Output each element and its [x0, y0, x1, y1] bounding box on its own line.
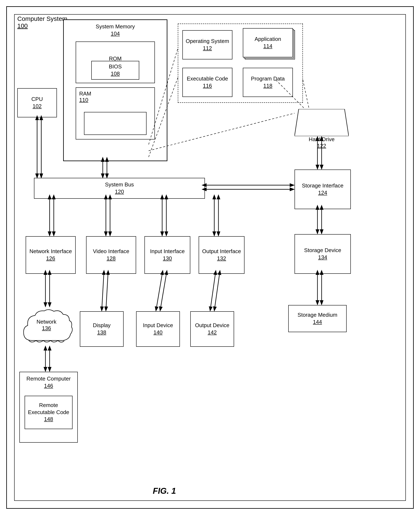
output-device-box: Output Device 142 [190, 311, 234, 347]
storage-medium-box: Storage Medium 144 [288, 305, 347, 332]
svg-marker-0 [294, 109, 349, 136]
exe-box: Executable Code 116 [182, 68, 232, 97]
svg-line-32 [214, 274, 219, 311]
network-interface-box: Network Interface 126 [26, 236, 76, 274]
ram-inner-box [84, 112, 147, 135]
svg-line-37 [149, 113, 294, 151]
svg-line-30 [160, 274, 166, 311]
application-stack: Application 114 [243, 28, 293, 57]
dashed-software-region: Operating System 112 Application 114 Exe… [178, 23, 303, 103]
network-cloud: Network 136 [19, 307, 74, 350]
hard-drive-container: Hard Drive 122 [294, 109, 349, 137]
remote-computer-box: Remote Computer 146 Remote Executable Co… [19, 372, 78, 443]
svg-line-29 [156, 274, 162, 311]
svg-line-38 [303, 80, 309, 109]
system-bus-box: System Bus 120 [34, 178, 205, 199]
svg-line-27 [102, 274, 104, 311]
app-box: Application 114 [243, 28, 293, 57]
page: Computer System 100 System Memory 104 RO… [6, 6, 414, 509]
input-device-box: Input Device 140 [136, 311, 180, 347]
output-interface-box: Output Interface 132 [199, 236, 245, 274]
cpu-box: CPU 102 [17, 88, 57, 117]
video-interface-box: Video Interface 128 [86, 236, 136, 274]
remote-exe-box: Remote Executable Code 148 [25, 396, 73, 429]
storage-interface-box: Storage Interface 124 [294, 169, 351, 209]
hard-drive-shape [294, 109, 349, 136]
input-interface-box: Input Interface 130 [144, 236, 190, 274]
storage-device-box: Storage Device 134 [294, 234, 351, 274]
display-box: Display 138 [80, 311, 124, 347]
svg-line-28 [106, 274, 108, 311]
program-data-box: Program Data 118 [243, 68, 293, 97]
rom-box: ROM 106 BIOS 108 [76, 41, 155, 83]
os-box: Operating System 112 [182, 30, 232, 60]
ram-box: RAM 110 [76, 87, 155, 139]
system-memory-box: System Memory 104 ROM 106 BIOS 108 RAM 1… [63, 19, 167, 161]
bios-box: BIOS 108 [91, 61, 139, 80]
svg-line-31 [210, 274, 215, 311]
computer-system-label: Computer System 100 [17, 15, 67, 29]
fig-label: FIG. 1 [153, 486, 176, 496]
